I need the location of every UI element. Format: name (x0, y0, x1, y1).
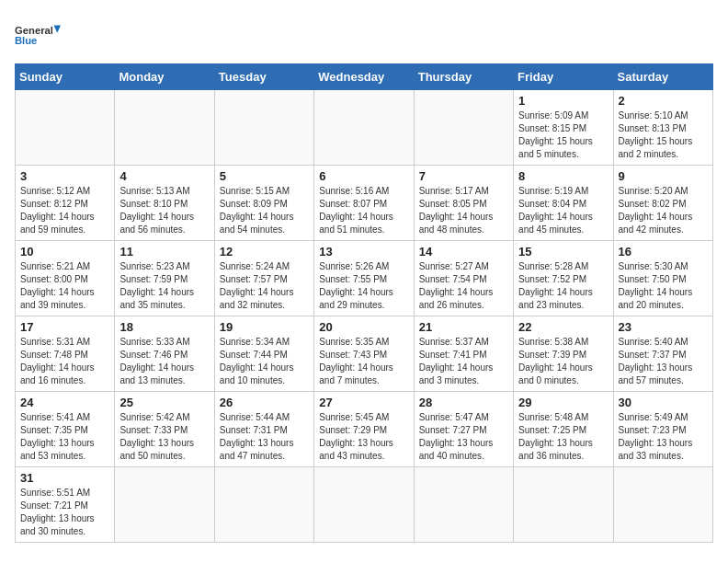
day-info: Sunrise: 5:19 AM Sunset: 8:04 PM Dayligh… (518, 185, 608, 236)
calendar-cell: 7Sunrise: 5:17 AM Sunset: 8:05 PM Daylig… (414, 166, 513, 241)
calendar-cell (115, 467, 214, 543)
calendar-cell: 18Sunrise: 5:33 AM Sunset: 7:46 PM Dayli… (115, 316, 214, 392)
day-number: 6 (319, 169, 408, 183)
day-number: 27 (319, 396, 408, 409)
calendar-cell: 21Sunrise: 5:37 AM Sunset: 7:41 PM Dayli… (414, 316, 513, 392)
day-number: 30 (619, 396, 708, 409)
calendar-cell: 13Sunrise: 5:26 AM Sunset: 7:55 PM Dayli… (314, 241, 414, 316)
day-info: Sunrise: 5:42 AM Sunset: 7:33 PM Dayligh… (119, 411, 209, 463)
day-number: 24 (20, 396, 109, 409)
day-number: 23 (619, 320, 708, 334)
day-number: 20 (319, 320, 408, 334)
day-number: 26 (220, 396, 309, 409)
day-number: 31 (20, 471, 109, 485)
day-info: Sunrise: 5:16 AM Sunset: 8:07 PM Dayligh… (319, 185, 408, 236)
calendar-cell: 3Sunrise: 5:12 AM Sunset: 8:12 PM Daylig… (16, 166, 115, 241)
calendar-cell: 12Sunrise: 5:24 AM Sunset: 7:57 PM Dayli… (214, 241, 313, 316)
weekday-header-thursday: Thursday (414, 64, 513, 90)
calendar-cell: 11Sunrise: 5:23 AM Sunset: 7:59 PM Dayli… (115, 241, 214, 316)
day-info: Sunrise: 5:40 AM Sunset: 7:37 PM Dayligh… (619, 336, 708, 387)
calendar-week-row: 10Sunrise: 5:21 AM Sunset: 8:00 PM Dayli… (16, 241, 713, 316)
day-info: Sunrise: 5:26 AM Sunset: 7:55 PM Dayligh… (319, 260, 408, 312)
weekday-header-row: SundayMondayTuesdayWednesdayThursdayFrid… (16, 64, 713, 90)
calendar-cell: 29Sunrise: 5:48 AM Sunset: 7:25 PM Dayli… (514, 392, 613, 467)
day-number: 28 (419, 396, 508, 409)
day-info: Sunrise: 5:20 AM Sunset: 8:02 PM Dayligh… (619, 185, 708, 236)
day-number: 11 (119, 245, 209, 259)
calendar-cell: 9Sunrise: 5:20 AM Sunset: 8:02 PM Daylig… (613, 166, 712, 241)
day-info: Sunrise: 5:13 AM Sunset: 8:10 PM Dayligh… (119, 185, 209, 236)
day-info: Sunrise: 5:47 AM Sunset: 7:27 PM Dayligh… (419, 411, 508, 463)
day-number: 7 (419, 169, 508, 183)
day-info: Sunrise: 5:37 AM Sunset: 7:41 PM Dayligh… (419, 336, 508, 387)
day-number: 4 (119, 169, 209, 183)
calendar-cell: 6Sunrise: 5:16 AM Sunset: 8:07 PM Daylig… (314, 166, 414, 241)
day-info: Sunrise: 5:17 AM Sunset: 8:05 PM Dayligh… (419, 185, 508, 236)
calendar-cell (314, 90, 414, 166)
calendar-cell: 27Sunrise: 5:45 AM Sunset: 7:29 PM Dayli… (314, 392, 414, 467)
calendar-cell (214, 467, 313, 543)
calendar-cell (414, 90, 513, 166)
calendar-cell (314, 467, 414, 543)
day-info: Sunrise: 5:28 AM Sunset: 7:52 PM Dayligh… (518, 260, 608, 312)
calendar-week-row: 31Sunrise: 5:51 AM Sunset: 7:21 PM Dayli… (16, 467, 713, 543)
svg-text:Blue: Blue (15, 35, 37, 46)
calendar-week-row: 1Sunrise: 5:09 AM Sunset: 8:15 PM Daylig… (16, 90, 713, 166)
logo-svg: General Blue (15, 15, 61, 56)
day-info: Sunrise: 5:35 AM Sunset: 7:43 PM Dayligh… (319, 336, 408, 387)
weekday-header-sunday: Sunday (16, 64, 115, 90)
calendar-cell: 28Sunrise: 5:47 AM Sunset: 7:27 PM Dayli… (414, 392, 513, 467)
calendar: SundayMondayTuesdayWednesdayThursdayFrid… (15, 63, 713, 543)
calendar-cell: 22Sunrise: 5:38 AM Sunset: 7:39 PM Dayli… (514, 316, 613, 392)
calendar-week-row: 17Sunrise: 5:31 AM Sunset: 7:48 PM Dayli… (16, 316, 713, 392)
calendar-cell: 17Sunrise: 5:31 AM Sunset: 7:48 PM Dayli… (16, 316, 115, 392)
calendar-cell: 26Sunrise: 5:44 AM Sunset: 7:31 PM Dayli… (214, 392, 313, 467)
day-info: Sunrise: 5:45 AM Sunset: 7:29 PM Dayligh… (319, 411, 408, 463)
day-info: Sunrise: 5:51 AM Sunset: 7:21 PM Dayligh… (20, 487, 109, 538)
day-info: Sunrise: 5:30 AM Sunset: 7:50 PM Dayligh… (619, 260, 708, 312)
day-number: 14 (419, 245, 508, 259)
calendar-cell: 8Sunrise: 5:19 AM Sunset: 8:04 PM Daylig… (514, 166, 613, 241)
calendar-cell: 16Sunrise: 5:30 AM Sunset: 7:50 PM Dayli… (613, 241, 712, 316)
day-info: Sunrise: 5:23 AM Sunset: 7:59 PM Dayligh… (119, 260, 209, 312)
calendar-cell (414, 467, 513, 543)
calendar-week-row: 3Sunrise: 5:12 AM Sunset: 8:12 PM Daylig… (16, 166, 713, 241)
calendar-week-row: 24Sunrise: 5:41 AM Sunset: 7:35 PM Dayli… (16, 392, 713, 467)
day-info: Sunrise: 5:38 AM Sunset: 7:39 PM Dayligh… (518, 336, 608, 387)
day-number: 21 (419, 320, 508, 334)
calendar-cell (514, 467, 613, 543)
day-number: 15 (518, 245, 608, 259)
calendar-cell: 2Sunrise: 5:10 AM Sunset: 8:13 PM Daylig… (613, 90, 712, 166)
calendar-cell: 30Sunrise: 5:49 AM Sunset: 7:23 PM Dayli… (613, 392, 712, 467)
svg-text:General: General (15, 25, 53, 36)
day-number: 19 (220, 320, 309, 334)
weekday-header-friday: Friday (514, 64, 613, 90)
day-info: Sunrise: 5:44 AM Sunset: 7:31 PM Dayligh… (220, 411, 309, 463)
day-number: 18 (119, 320, 209, 334)
calendar-cell: 14Sunrise: 5:27 AM Sunset: 7:54 PM Dayli… (414, 241, 513, 316)
day-info: Sunrise: 5:15 AM Sunset: 8:09 PM Dayligh… (220, 185, 309, 236)
calendar-cell: 10Sunrise: 5:21 AM Sunset: 8:00 PM Dayli… (16, 241, 115, 316)
weekday-header-wednesday: Wednesday (314, 64, 414, 90)
day-info: Sunrise: 5:31 AM Sunset: 7:48 PM Dayligh… (20, 336, 109, 387)
day-number: 5 (220, 169, 309, 183)
svg-marker-2 (54, 26, 62, 33)
day-info: Sunrise: 5:12 AM Sunset: 8:12 PM Dayligh… (20, 185, 109, 236)
calendar-cell (214, 90, 313, 166)
day-info: Sunrise: 5:34 AM Sunset: 7:44 PM Dayligh… (220, 336, 309, 387)
calendar-cell (16, 90, 115, 166)
calendar-cell: 23Sunrise: 5:40 AM Sunset: 7:37 PM Dayli… (613, 316, 712, 392)
calendar-cell: 25Sunrise: 5:42 AM Sunset: 7:33 PM Dayli… (115, 392, 214, 467)
day-number: 8 (518, 169, 608, 183)
day-number: 22 (518, 320, 608, 334)
calendar-cell: 19Sunrise: 5:34 AM Sunset: 7:44 PM Dayli… (214, 316, 313, 392)
day-info: Sunrise: 5:48 AM Sunset: 7:25 PM Dayligh… (518, 411, 608, 463)
day-info: Sunrise: 5:33 AM Sunset: 7:46 PM Dayligh… (119, 336, 209, 387)
day-info: Sunrise: 5:21 AM Sunset: 8:00 PM Dayligh… (20, 260, 109, 312)
day-number: 13 (319, 245, 408, 259)
calendar-cell: 20Sunrise: 5:35 AM Sunset: 7:43 PM Dayli… (314, 316, 414, 392)
logo: General Blue (15, 15, 61, 56)
day-number: 3 (20, 169, 109, 183)
day-number: 17 (20, 320, 109, 334)
calendar-cell: 15Sunrise: 5:28 AM Sunset: 7:52 PM Dayli… (514, 241, 613, 316)
